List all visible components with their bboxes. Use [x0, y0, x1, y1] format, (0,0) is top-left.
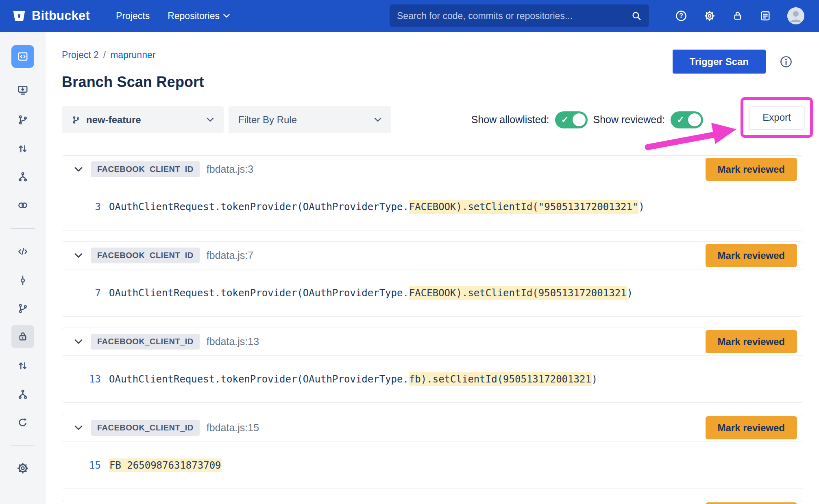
source-code-icon	[17, 246, 28, 257]
repository-icon	[11, 45, 34, 68]
branch-selector-dropdown[interactable]: new-feature	[62, 106, 224, 133]
show-reviewed-toggle[interactable]: ✓	[671, 111, 703, 128]
branch-icon	[72, 115, 81, 124]
compare-icon	[17, 200, 28, 211]
lock-icon[interactable]	[732, 10, 743, 22]
left-sidebar	[0, 32, 46, 504]
clone-icon	[17, 85, 28, 96]
finding-code-row: 7 OAuthClientRequest.tokenProvider(OAuth…	[62, 269, 803, 316]
export-button[interactable]: Export	[749, 106, 804, 129]
bitbucket-logo[interactable]: Bitbucket	[12, 9, 90, 23]
sidebar-item-forks-2[interactable]	[17, 389, 28, 400]
mark-reviewed-button[interactable]: Mark reviewed	[706, 158, 797, 181]
sidebar-item-repository[interactable]	[11, 45, 34, 68]
pull-request-icon	[17, 360, 28, 371]
page-header: Project 2 / maprunner Branch Scan Report…	[62, 50, 803, 91]
sidebar-item-compare[interactable]	[17, 200, 28, 211]
code-prefix: OAuthClientRequest.tokenProvider(OAuthPr…	[109, 287, 409, 299]
rule-badge: FACEBOOK_CLIENT_ID	[91, 334, 200, 350]
sidebar-divider	[11, 445, 35, 446]
settings-gear-icon[interactable]	[704, 10, 716, 22]
top-navigation-bar: Bitbucket Projects Repositories ?	[0, 0, 819, 32]
header-actions: Trigger Scan	[673, 50, 793, 74]
code-prefix: OAuthClientRequest.tokenProvider(OAuthPr…	[109, 374, 409, 385]
finding-header: FACEBOOK_CLIENT_ID fbdata.js:13 Mark rev…	[62, 328, 803, 355]
topbar-icons: ?	[675, 0, 819, 32]
mark-reviewed-button[interactable]: Mark reviewed	[706, 244, 797, 267]
code-line: FB 2650987631873709	[109, 460, 222, 471]
rule-filter-dropdown[interactable]: Filter By Rule	[229, 106, 391, 133]
mark-reviewed-button[interactable]: Mark reviewed	[706, 416, 797, 439]
finding-location: fbdata.js:3	[207, 163, 253, 175]
sidebar-item-branches[interactable]	[17, 114, 28, 126]
sidebar-item-commits[interactable]	[17, 275, 28, 286]
branch-icon	[17, 303, 28, 314]
check-icon: ✓	[677, 115, 684, 124]
nav-projects[interactable]: Projects	[116, 11, 150, 22]
code-highlight: FACEBOOK).setClientId(950513172001321	[409, 286, 627, 300]
sidebar-item-source[interactable]	[17, 246, 28, 257]
collapse-chevron-icon[interactable]	[73, 167, 84, 172]
page-title: Branch Scan Report	[62, 74, 204, 91]
nav-repositories-label: Repositories	[168, 11, 220, 22]
svg-text:?: ?	[679, 12, 683, 19]
code-prefix: OAuthClientRequest.tokenProvider(OAuthPr…	[109, 201, 409, 213]
mark-reviewed-button[interactable]: Mark reviewed	[706, 502, 797, 504]
global-search[interactable]	[390, 4, 649, 27]
line-number: 3	[62, 201, 101, 213]
sidebar-item-pull-requests[interactable]	[17, 143, 28, 154]
user-avatar[interactable]	[787, 7, 804, 24]
show-reviewed-label: Show reviewed:	[593, 114, 665, 126]
breadcrumb-repo-link[interactable]: maprunner	[110, 50, 155, 61]
code-line: OAuthClientRequest.tokenProvider(OAuthPr…	[109, 287, 633, 299]
changelog-icon[interactable]	[760, 10, 771, 22]
rule-badge: FACEBOOK_CLIENT_ID	[91, 248, 200, 263]
toggle-knob	[573, 113, 586, 126]
main-content: Project 2 / maprunner Branch Scan Report…	[46, 32, 819, 504]
sidebar-item-security[interactable]	[11, 325, 34, 348]
line-number: 13	[62, 374, 101, 385]
line-number: 15	[62, 460, 101, 471]
collapse-chevron-icon[interactable]	[73, 425, 84, 431]
sidebar-item-clone[interactable]	[17, 85, 28, 96]
code-highlight: FB 2650987631873709	[109, 458, 222, 472]
finding-code-row: 15 FB 2650987631873709	[62, 441, 803, 489]
help-icon[interactable]: ?	[675, 10, 687, 22]
mark-reviewed-button[interactable]: Mark reviewed	[706, 330, 797, 353]
collapse-chevron-icon[interactable]	[73, 339, 84, 345]
show-allowlisted-label: Show allowlisted:	[471, 114, 549, 126]
nav-repositories[interactable]: Repositories	[168, 11, 230, 22]
sidebar-item-settings[interactable]	[16, 462, 29, 475]
sidebar-item-forks[interactable]	[17, 171, 28, 182]
finding-code-row: 13 OAuthClientRequest.tokenProvider(OAut…	[62, 355, 803, 402]
collapse-chevron-icon[interactable]	[73, 253, 84, 259]
line-number: 7	[62, 287, 101, 299]
branch-selector-value: new-feature	[86, 114, 141, 126]
finding-code-row: 3 OAuthClientRequest.tokenProvider(OAuth…	[62, 183, 803, 230]
search-input[interactable]	[397, 11, 631, 22]
branch-icon	[17, 114, 28, 126]
code-line: OAuthClientRequest.tokenProvider(OAuthPr…	[109, 201, 645, 213]
finding-card: FACEBOOK_CLIENT_ID fbdata.js:3 Mark revi…	[62, 155, 803, 230]
finding-header: FACEBOOK_CLIENT_ID fbdata.js:7 Mark revi…	[62, 242, 803, 269]
sidebar-item-pull-requests-2[interactable]	[17, 360, 28, 371]
trigger-scan-button[interactable]: Trigger Scan	[673, 50, 766, 74]
finding-card: FACEBOOK_CLIENT_ID fbdata.js:15 Mark rev…	[62, 414, 803, 489]
sidebar-divider	[11, 228, 35, 229]
show-allowlisted-toggle[interactable]: ✓	[555, 111, 588, 128]
breadcrumb: Project 2 / maprunner	[62, 50, 204, 61]
sidebar-item-sync[interactable]	[17, 417, 28, 428]
filter-controls: new-feature Filter By Rule Show allowlis…	[62, 106, 803, 133]
finding-header: FACEBOOK_CLIENT_ID fbdata.js:3 Mark revi…	[62, 156, 803, 183]
rule-badge: FACEBOOK_CLIENT_ID	[91, 161, 200, 177]
breadcrumb-separator: /	[103, 50, 106, 61]
breadcrumb-project-link[interactable]: Project 2	[62, 50, 99, 61]
finding-card-partial: Mark reviewed	[62, 500, 803, 504]
code-suffix: )	[638, 201, 644, 213]
finding-location: fbdata.js:13	[207, 336, 259, 348]
finding-location: fbdata.js:15	[207, 422, 259, 434]
sidebar-item-branch-list[interactable]	[17, 303, 28, 314]
chevron-down-icon	[223, 14, 230, 18]
search-icon[interactable]	[631, 11, 642, 21]
info-icon[interactable]	[780, 55, 793, 68]
